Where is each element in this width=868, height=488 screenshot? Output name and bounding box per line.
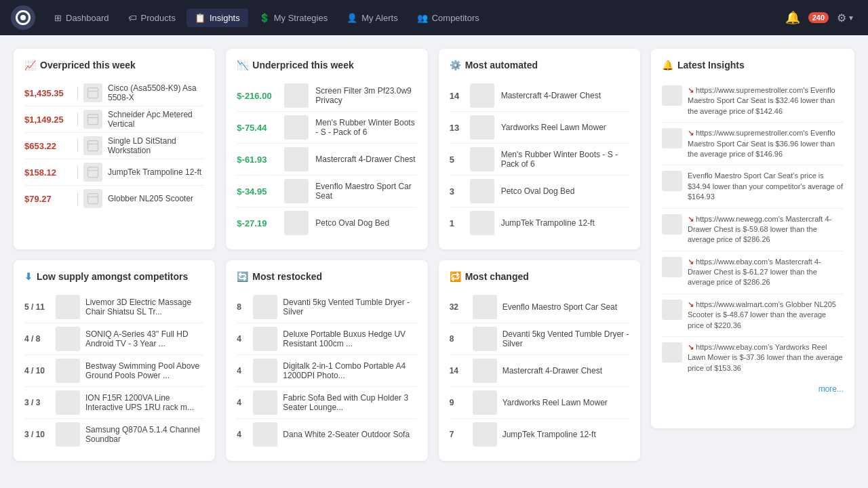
- product-thumbnail: [470, 115, 494, 140]
- svg-rect-8: [88, 194, 98, 204]
- overpriced-price: $1,149.25: [24, 115, 72, 125]
- underpriced-icon: 📉: [237, 60, 248, 70]
- nav-my-strategies[interactable]: 💲 My Strategies: [251, 9, 336, 27]
- overpriced-item[interactable]: $1,435.35 Cisco (Asa5508-K9) Asa 5508-X: [24, 80, 204, 106]
- product-thumbnail: [473, 295, 497, 319]
- restock-count: 4: [237, 398, 248, 407]
- nav-competitors[interactable]: 👥 Competitors: [409, 9, 488, 27]
- underpriced-price: $-216.00: [237, 91, 277, 101]
- supply-item[interactable]: 4 / 8 SONIQ A-Series 43" Full HD Android…: [24, 323, 204, 355]
- restock-product-name: Fabric Sofa Bed with Cup Holder 3 Seater…: [283, 393, 416, 412]
- changed-item[interactable]: 9 Yardworks Reel Lawn Mower: [450, 387, 629, 419]
- product-thumbnail: [253, 390, 277, 415]
- underpriced-item[interactable]: $-216.00 Screen Filter 3m Pf23.0w9 Priva…: [237, 80, 416, 112]
- strategies-icon: 💲: [259, 13, 270, 23]
- supply-item[interactable]: 5 / 11 Livemor 3D Electric Massage Chair…: [24, 291, 204, 323]
- insight-item[interactable]: ↘ https://www.supremestroller.com's Even…: [662, 80, 844, 123]
- notification-bell[interactable]: 🔔: [783, 7, 803, 28]
- supply-item[interactable]: 4 / 10 Bestway Swimming Pool Above Groun…: [24, 355, 204, 387]
- automated-item[interactable]: 1 JumpTek Trampoline 12-ft: [450, 207, 629, 239]
- restock-item[interactable]: 8 Devanti 5kg Vented Tumble Dryer - Silv…: [237, 291, 416, 323]
- restock-count: 4: [237, 430, 248, 439]
- product-thumbnail: [284, 83, 309, 108]
- nav-insights[interactable]: 📋 Insights: [186, 9, 248, 27]
- latest-insights-card: 🔔 Latest Insights ↘ https://www.supremes…: [651, 49, 854, 428]
- nav-my-alerts[interactable]: 👤 My Alerts: [338, 9, 406, 27]
- changed-product-name: JumpTek Trampoline 12-ft: [502, 430, 596, 439]
- product-thumbnail: [56, 359, 80, 383]
- automated-count: 1: [450, 218, 463, 228]
- supply-list: 5 / 11 Livemor 3D Electric Massage Chair…: [24, 291, 204, 450]
- automated-item[interactable]: 5 Men's Rubber Winter Boots - S - Pack o…: [450, 144, 629, 176]
- navbar: ⊞ Dashboard 🏷 Products 📋 Insights 💲 My S…: [0, 0, 868, 35]
- settings-button[interactable]: ⚙ ▼: [834, 9, 857, 27]
- changed-item[interactable]: 14 Mastercraft 4-Drawer Chest: [450, 355, 629, 387]
- product-thumbnail: [56, 422, 80, 447]
- insight-thumbnail: [662, 85, 682, 106]
- nav-dashboard[interactable]: ⊞ Dashboard: [46, 9, 117, 27]
- overpriced-item[interactable]: $79.27 Globber NL205 Scooter: [24, 186, 204, 211]
- supply-ratio: 3 / 3: [24, 398, 50, 407]
- underpriced-item[interactable]: $-34.95 Evenflo Maestro Sport Car Seat: [237, 176, 416, 207]
- restock-count: 4: [237, 366, 248, 375]
- product-thumbnail: [473, 390, 497, 415]
- insight-item[interactable]: ↘ https://www.supremestroller.com's Even…: [662, 123, 844, 165]
- nav-products[interactable]: 🏷 Products: [120, 9, 184, 27]
- insights-bell-icon: 🔔: [662, 60, 673, 70]
- restock-item[interactable]: 4 Fabric Sofa Bed with Cup Holder 3 Seat…: [237, 387, 416, 419]
- automated-item[interactable]: 3 Petco Oval Dog Bed: [450, 176, 629, 207]
- restock-item[interactable]: 4 Deluxe Portable Buxus Hedge UV Resista…: [237, 323, 416, 355]
- overpriced-icon: 📈: [24, 60, 36, 70]
- automated-count: 14: [450, 91, 463, 101]
- changed-count: 9: [450, 398, 467, 407]
- changed-item[interactable]: 8 Devanti 5kg Vented Tumble Dryer - Silv…: [450, 323, 629, 355]
- automated-item[interactable]: 14 Mastercraft 4-Drawer Chest: [450, 80, 629, 112]
- changed-list: 32 Evenflo Maestro Sport Car Seat 8 Deva…: [450, 291, 629, 450]
- underpriced-item[interactable]: $-75.44 Men's Rubber Winter Boots - S - …: [237, 112, 416, 144]
- overpriced-item[interactable]: $158.12 JumpTek Trampoline 12-ft: [24, 159, 204, 186]
- overpriced-item[interactable]: $1,149.25 Schneider Apc Metered Vertical: [24, 106, 204, 133]
- automated-item[interactable]: 13 Yardworks Reel Lawn Mower: [450, 112, 629, 144]
- latest-insights-title: 🔔 Latest Insights: [662, 60, 844, 70]
- restock-item[interactable]: 4 Dana White 2-Seater Outdoor Sofa: [237, 419, 416, 450]
- automated-icon: ⚙️: [450, 60, 461, 70]
- insight-item[interactable]: Evenflo Maestro Sport Car Seat's price i…: [662, 165, 844, 208]
- restock-count: 4: [237, 334, 248, 344]
- most-changed-title: 🔁 Most changed: [450, 271, 629, 282]
- supply-item[interactable]: 3 / 3 ION F15R 1200VA Line Interactive U…: [24, 387, 204, 419]
- insight-item[interactable]: ↘ https://www.newegg.com's Mastercraft 4…: [662, 209, 844, 251]
- product-thumbnail: [253, 295, 277, 319]
- insight-item[interactable]: ↘ https://www.ebay.com's Yardworks Reel …: [662, 337, 844, 379]
- automated-count: 5: [450, 155, 463, 165]
- trend-icon: ↘: [688, 86, 694, 94]
- svg-rect-2: [88, 115, 98, 125]
- overpriced-product-name: Globber NL205 Scooter: [108, 194, 193, 203]
- insight-thumbnail: [662, 300, 682, 320]
- product-thumbnail: [473, 422, 497, 447]
- product-thumbnail: [284, 115, 309, 140]
- underpriced-product-name: Petco Oval Dog Bed: [315, 218, 389, 228]
- logo[interactable]: [11, 5, 35, 30]
- automated-list: 14 Mastercraft 4-Drawer Chest 13 Yardwor…: [450, 80, 629, 239]
- more-insights-link[interactable]: more...: [662, 384, 844, 394]
- underpriced-item[interactable]: $-61.93 Mastercraft 4-Drawer Chest: [237, 144, 416, 176]
- restock-item[interactable]: 4 Digitalk 2-in-1 Combo Portable A4 1200…: [237, 355, 416, 387]
- underpriced-title: 📉 Underpriced this week: [237, 60, 416, 70]
- supply-item[interactable]: 3 / 10 Samsung Q870A 5.1.4 Channel Sound…: [24, 419, 204, 450]
- product-thumbnail: [473, 359, 497, 383]
- underpriced-item[interactable]: $-27.19 Petco Oval Dog Bed: [237, 207, 416, 239]
- product-thumbnail: [470, 211, 494, 235]
- insight-item[interactable]: ↘ https://www.walmart.com's Globber NL20…: [662, 294, 844, 337]
- changed-item[interactable]: 32 Evenflo Maestro Sport Car Seat: [450, 291, 629, 323]
- changed-count: 8: [450, 334, 467, 344]
- product-thumbnail: [470, 147, 494, 171]
- underpriced-card: 📉 Underpriced this week $-216.00 Screen …: [226, 49, 427, 249]
- trend-icon: ↘: [688, 300, 694, 308]
- insight-description: Evenflo Maestro Sport Car Seat's price i…: [688, 171, 843, 201]
- most-restocked-card: 🔄 Most restocked 8 Devanti 5kg Vented Tu…: [226, 260, 427, 461]
- changed-product-name: Mastercraft 4-Drawer Chest: [502, 366, 602, 375]
- changed-item[interactable]: 7 JumpTek Trampoline 12-ft: [450, 419, 629, 450]
- underpriced-price: $-75.44: [237, 123, 277, 133]
- insight-item[interactable]: ↘ https://www.ebay.com's Mastercraft 4-D…: [662, 251, 844, 294]
- overpriced-item[interactable]: $653.22 Single LD SitStand Workstation: [24, 133, 204, 159]
